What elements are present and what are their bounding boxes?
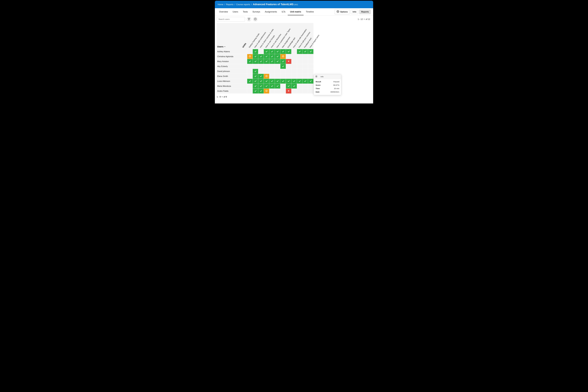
matrix-cell[interactable] [252, 89, 258, 94]
user-row[interactable]: Maria Mendoza [216, 84, 247, 89]
matrix-cell[interactable] [252, 74, 258, 79]
matrix-cell[interactable] [286, 49, 291, 54]
tab-ilts[interactable]: ILTs [279, 8, 288, 15]
matrix-cell[interactable] [280, 79, 286, 84]
top-pager[interactable]: 1 - 12 of 12 [358, 18, 371, 20]
matrix-cell[interactable] [264, 84, 269, 89]
svg-point-8 [282, 56, 284, 57]
info-circle-button[interactable] [253, 17, 258, 22]
info-popover-item: Score66.67% [316, 83, 339, 87]
matrix-cell[interactable] [264, 59, 269, 64]
matrix-cell[interactable] [269, 84, 275, 89]
tab-assignments[interactable]: Assignments [262, 8, 279, 15]
matrix-cell[interactable] [252, 59, 258, 64]
unit-header[interactable]: Setting Training Goals [248, 33, 260, 48]
matrix-cell[interactable] [264, 89, 269, 94]
matrix-cell[interactable] [297, 79, 302, 84]
matrix-cell[interactable] [252, 54, 258, 59]
unit-header[interactable]: How to import users [309, 34, 320, 48]
matrix-cell[interactable] [291, 79, 297, 84]
matrix-cell[interactable] [258, 89, 264, 94]
matrix-cell[interactable] [302, 49, 308, 54]
matrix-cell[interactable] [269, 54, 275, 59]
breadcrumb-reports[interactable]: Reports [226, 3, 234, 6]
user-row[interactable]: Aby Eckerly [216, 64, 247, 69]
matrix-cell[interactable] [291, 84, 297, 89]
matrix-cell[interactable] [252, 79, 258, 84]
breadcrumb-home[interactable]: Home [218, 3, 223, 6]
matrix-cell[interactable] [280, 54, 286, 59]
matrix-cell[interactable] [308, 49, 314, 54]
search-input[interactable] [217, 17, 245, 22]
matrix-cell[interactable] [247, 79, 252, 84]
matrix-cell[interactable] [275, 79, 280, 84]
matrix-cell[interactable] [264, 79, 269, 84]
tab-users[interactable]: Users [230, 8, 240, 15]
matrix-cell[interactable] [297, 49, 302, 54]
matrix-cell[interactable] [252, 69, 258, 74]
user-row[interactable]: Andre Fields [216, 89, 247, 94]
user-row[interactable]: Mary Aniston [216, 59, 247, 64]
matrix-cell[interactable] [275, 84, 280, 89]
matrix-cell[interactable] [258, 54, 264, 59]
matrix-cell[interactable] [280, 49, 286, 54]
matrix-cell[interactable] [258, 84, 264, 89]
reports-button[interactable]: Reports [359, 10, 371, 14]
matrix-cell[interactable] [308, 79, 314, 84]
user-row[interactable]: Louis Atkinson [216, 79, 247, 84]
tab-timeline[interactable]: Timeline [304, 8, 316, 15]
matrix-cell[interactable] [264, 54, 269, 59]
user-row[interactable]: Christina Agluinda [216, 54, 247, 59]
matrix-cell[interactable] [302, 79, 308, 84]
matrix-cell[interactable] [286, 89, 291, 94]
matrix-cell[interactable] [247, 59, 252, 64]
filter-button[interactable] [246, 17, 251, 22]
matrix-cell[interactable] [280, 64, 286, 69]
matrix-cell [291, 64, 297, 69]
user-row[interactable]: Ashley Adams [216, 49, 247, 54]
matrix-cell[interactable] [258, 79, 264, 84]
tab-overview[interactable]: Overview [217, 8, 230, 15]
check-icon [254, 70, 257, 73]
matrix-cell[interactable] [269, 79, 275, 84]
matrix-cell[interactable] [252, 84, 258, 89]
matrix-cell[interactable] [252, 49, 258, 54]
top-pager-range: 1 - 12 [358, 18, 363, 20]
matrix-cell[interactable] [264, 49, 269, 54]
info-label: Info [353, 11, 356, 13]
matrix-row [247, 59, 314, 64]
user-row[interactable]: David johnson [216, 69, 247, 74]
matrix-cell [302, 74, 308, 79]
matrix-cell [308, 64, 314, 69]
info-button[interactable]: Info [351, 10, 358, 14]
matrix-cell[interactable] [275, 49, 280, 54]
matrix-cell[interactable] [286, 84, 291, 89]
breadcrumb-course-reports[interactable]: Course reports [236, 3, 250, 6]
matrix-cell[interactable] [247, 54, 252, 59]
tab-tests[interactable]: Tests [240, 8, 250, 15]
matrix-cell [308, 74, 314, 79]
matrix-cell [308, 69, 314, 74]
matrix-cell[interactable] [275, 54, 280, 59]
matrix-cell[interactable] [269, 49, 275, 54]
bottom-pager[interactable]: 1 - 9 of 9 [215, 94, 373, 100]
users-header[interactable]: Users [216, 23, 247, 49]
user-row[interactable]: Elena Smith [216, 74, 247, 79]
matrix-cells [247, 49, 314, 94]
matrix-cell[interactable] [280, 59, 286, 64]
check-icon [254, 80, 257, 83]
matrix-cell[interactable] [286, 59, 291, 64]
matrix-cell[interactable] [264, 74, 269, 79]
tab-surveys[interactable]: Surveys [250, 8, 262, 15]
unit-header[interactable]: How to use Branches [270, 33, 282, 48]
matrix-cell[interactable] [275, 59, 280, 64]
gear-icon [336, 10, 339, 14]
matrix-cell[interactable] [286, 79, 291, 84]
matrix-cell[interactable] [258, 74, 264, 79]
tab-unit-matrix[interactable]: Unit matrix [288, 8, 304, 15]
matrix-cell[interactable] [269, 59, 275, 64]
users-column: Users Ashley AdamsChristina AgluindaMary… [216, 23, 247, 94]
options-button[interactable]: Options [334, 9, 350, 14]
matrix-cell[interactable] [258, 59, 264, 64]
check-icon [254, 90, 257, 93]
